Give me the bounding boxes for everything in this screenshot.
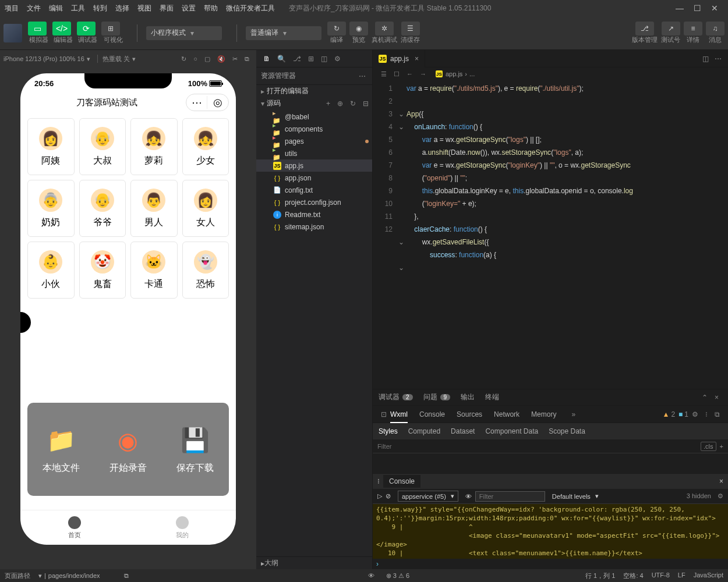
menu-view[interactable]: 视图: [137, 3, 151, 13]
mute-icon[interactable]: 🔇: [217, 55, 225, 63]
simulator-toggle[interactable]: ▭: [28, 22, 47, 36]
debugger-toggle[interactable]: ⟳: [77, 22, 96, 36]
settings-icon[interactable]: ⚙: [692, 410, 698, 418]
component-data-tab[interactable]: Component Data: [485, 427, 538, 435]
capsule-close-icon[interactable]: ◎: [207, 96, 228, 109]
menu-project[interactable]: 项目: [5, 3, 19, 13]
code-editor[interactable]: 123456789101112 ⌄⌄ ⌄ ⌄ var a = require("…: [373, 80, 728, 389]
context-select[interactable]: appservice (#5): [398, 491, 458, 502]
voice-item-2[interactable]: 👧萝莉: [130, 118, 178, 175]
banner-item-0[interactable]: 📁本地文件: [43, 425, 80, 474]
voice-item-0[interactable]: 👩阿姨: [27, 118, 75, 175]
minimize-button[interactable]: —: [671, 3, 688, 13]
back-nav-icon[interactable]: ←: [407, 70, 413, 77]
menu-wechat-devtools[interactable]: 微信开发者工具: [226, 3, 275, 13]
back-icon[interactable]: ▢: [204, 55, 210, 63]
tree-item[interactable]: JSapp.js: [256, 159, 372, 172]
float-icon[interactable]: ⧉: [245, 55, 249, 63]
menu-help[interactable]: 帮助: [204, 3, 218, 13]
project-avatar[interactable]: [3, 24, 22, 42]
tree-item[interactable]: 📄config.txt: [256, 184, 372, 196]
console-tab[interactable]: Console: [383, 475, 420, 488]
new-file-icon[interactable]: +: [326, 100, 330, 108]
bookmark-icon[interactable]: ☐: [394, 70, 400, 78]
robot-icon[interactable]: ⚙: [334, 55, 341, 63]
devtools-tab-wxml[interactable]: Wxml: [390, 410, 408, 423]
hotreload-toggle[interactable]: 热重载 关: [103, 55, 130, 63]
breadcrumb-file[interactable]: app.js: [446, 70, 462, 77]
collapse-icon[interactable]: ⊟: [363, 100, 369, 108]
test-icon[interactable]: ◫: [321, 55, 327, 63]
breadcrumb-more[interactable]: ...: [469, 70, 475, 77]
banner-item-1[interactable]: ◉开始录音: [109, 425, 147, 474]
voice-item-10[interactable]: 🐱卡通: [130, 242, 178, 299]
devtools-tab-network[interactable]: Network: [494, 410, 520, 418]
version-control-button[interactable]: ⎇: [635, 22, 654, 36]
log-levels-select[interactable]: Default levels: [549, 491, 602, 501]
maximize-button[interactable]: ☐: [688, 3, 706, 13]
close-tab-icon[interactable]: ×: [415, 55, 419, 63]
eye-icon[interactable]: 👁: [465, 493, 472, 500]
dataset-tab[interactable]: Dataset: [451, 427, 475, 435]
voice-item-4[interactable]: 👵奶奶: [27, 180, 75, 237]
cursor-position[interactable]: 行 1，列 1: [585, 572, 615, 580]
kebab-icon[interactable]: ⁝: [705, 410, 708, 418]
console-close-icon[interactable]: ×: [719, 477, 723, 485]
tree-item[interactable]: { }app.json: [256, 172, 372, 184]
more-icon[interactable]: ⋯: [359, 72, 366, 80]
forward-nav-icon[interactable]: →: [420, 70, 426, 77]
inspect-icon[interactable]: ⊡: [381, 410, 387, 418]
cls-button[interactable]: .cls: [701, 442, 716, 451]
language-mode[interactable]: JavaScript: [694, 572, 723, 580]
more-tabs-icon[interactable]: »: [571, 410, 575, 418]
voice-item-3[interactable]: 👧少女: [182, 118, 229, 175]
styles-filter-input[interactable]: [377, 443, 698, 450]
encoding[interactable]: UTF-8: [652, 572, 670, 580]
preview-button[interactable]: ◉: [349, 22, 368, 36]
visualizer-toggle[interactable]: ⊞: [101, 22, 120, 36]
voice-item-11[interactable]: 👻恐怖: [182, 242, 229, 299]
tree-item[interactable]: iReadme.txt: [256, 208, 372, 221]
voice-item-6[interactable]: 👨男人: [130, 180, 178, 237]
devtools-tab-memory[interactable]: Memory: [531, 410, 556, 418]
search-icon[interactable]: 🔍: [277, 55, 286, 63]
chevron-up-icon[interactable]: ⌃: [702, 393, 708, 402]
devtools-tab-sources[interactable]: Sources: [457, 410, 482, 418]
source-root[interactable]: ▾源码+⊕↻⊟: [256, 97, 372, 109]
branch-icon[interactable]: ⎇: [293, 55, 301, 63]
list-icon[interactable]: ☰: [381, 70, 387, 78]
more-editor-icon[interactable]: ⋯: [715, 55, 722, 63]
compile-dropdown[interactable]: 普通编译: [246, 26, 321, 40]
tab-terminal[interactable]: 终端: [485, 392, 499, 402]
menu-file[interactable]: 文件: [27, 3, 41, 13]
tab-debugger[interactable]: 调试器2: [379, 392, 413, 402]
add-style-icon[interactable]: +: [720, 443, 723, 450]
voice-item-9[interactable]: 🤡鬼畜: [79, 242, 126, 299]
devtools-tab-console[interactable]: Console: [419, 410, 445, 418]
menu-select[interactable]: 选择: [115, 3, 129, 13]
menu-settings[interactable]: 设置: [182, 3, 196, 13]
console-menu-icon[interactable]: ⁝: [377, 477, 380, 485]
new-folder-icon[interactable]: ⊕: [337, 100, 343, 108]
console-prompt[interactable]: ›: [373, 559, 728, 569]
tabbar-item-1[interactable]: 我的: [128, 510, 236, 545]
styles-tab[interactable]: Styles: [379, 427, 398, 435]
real-device-button[interactable]: ✲: [375, 22, 394, 36]
editor-toggle[interactable]: </>: [52, 22, 71, 36]
tree-item[interactable]: { }sitemap.json: [256, 221, 372, 233]
close-button[interactable]: ✕: [706, 3, 723, 13]
split-editor-icon[interactable]: ◫: [702, 55, 709, 63]
console-clear-icon[interactable]: ⊘: [386, 492, 391, 500]
indent-setting[interactable]: 空格: 4: [623, 572, 643, 580]
cut-icon[interactable]: ✂: [232, 55, 238, 63]
eol[interactable]: LF: [678, 572, 685, 580]
extensions-icon[interactable]: ⊞: [308, 55, 314, 63]
tree-item[interactable]: { }project.config.json: [256, 196, 372, 208]
console-output[interactable]: {{item.way}}" style="{{onChangedWay==idx…: [373, 504, 728, 559]
banner-item-2[interactable]: 💾保存下载: [176, 425, 214, 474]
menu-ui[interactable]: 界面: [160, 3, 174, 13]
test-account-button[interactable]: ↗: [662, 22, 680, 36]
files-icon[interactable]: 🗎: [263, 55, 270, 63]
tree-item[interactable]: ▸ 📁utils: [256, 147, 372, 159]
copy-icon[interactable]: ⧉: [124, 572, 129, 580]
